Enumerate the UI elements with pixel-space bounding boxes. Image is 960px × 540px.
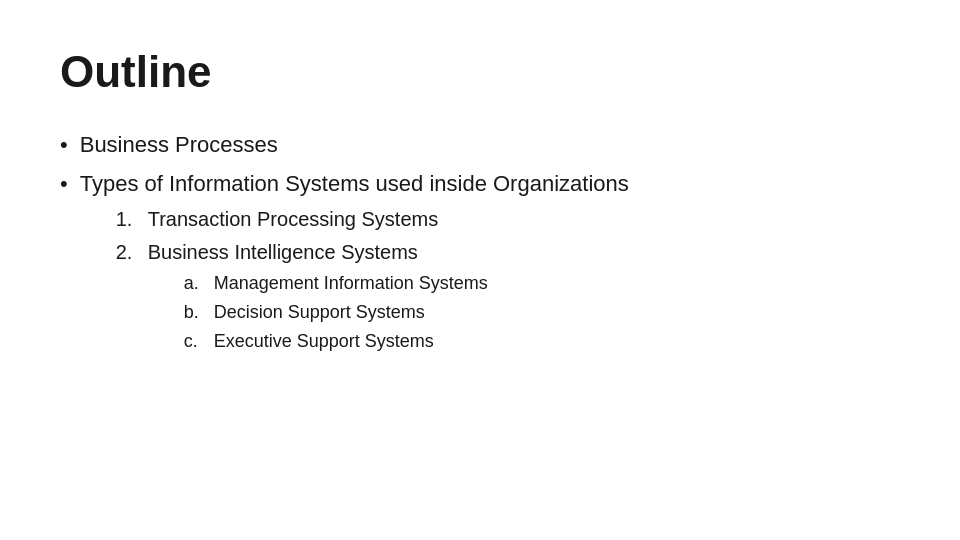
sub-number-1: 1. [116,204,138,234]
sub-item-1: 1. Transaction Processing Systems [116,204,629,234]
bullet-text-1: Business Processes [80,128,278,161]
sub-number-2: 2. [116,237,138,267]
sub-text-2: Business Intelligence Systems [148,241,418,263]
sub-sub-letter-c: c. [184,328,204,355]
slide: Outline • Business Processes • Types of … [0,0,960,540]
sub-sub-text-c: Executive Support Systems [214,328,434,355]
sub-sub-letter-b: b. [184,299,204,326]
sub-list: 1. Transaction Processing Systems 2. Bus… [116,204,629,357]
sub-text-1: Transaction Processing Systems [148,204,438,234]
bullet-text-2: Types of Information Systems used inside… [80,171,629,196]
bullet-item-1: • Business Processes [60,128,900,161]
sub-item-2: 2. Business Intelligence Systems a. Mana… [116,237,629,357]
slide-content: • Business Processes • Types of Informat… [60,128,900,360]
sub-sub-text-b: Decision Support Systems [214,299,425,326]
slide-title: Outline [60,48,900,96]
sub-sub-letter-a: a. [184,270,204,297]
sub-sub-list: a. Management Information Systems b. Dec… [184,270,488,355]
sub-sub-item-c: c. Executive Support Systems [184,328,488,355]
bullet-dot-2: • [60,167,68,200]
bullet-item-2: • Types of Information Systems used insi… [60,167,900,360]
sub-sub-item-b: b. Decision Support Systems [184,299,488,326]
sub-sub-text-a: Management Information Systems [214,270,488,297]
sub-sub-item-a: a. Management Information Systems [184,270,488,297]
bullet-dot-1: • [60,128,68,161]
